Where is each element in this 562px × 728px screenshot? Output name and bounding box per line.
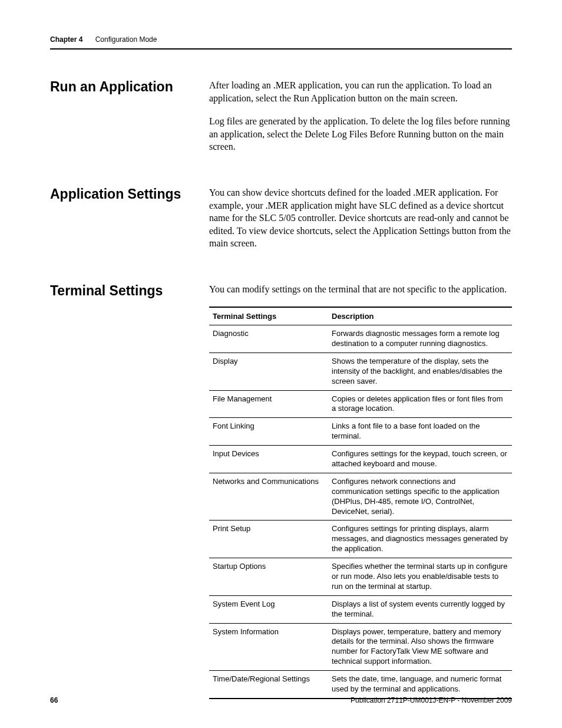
- table-row: File Management Copies or deletes applic…: [209, 390, 512, 418]
- setting-desc: Copies or deletes application files or f…: [328, 390, 512, 418]
- table-row: Print Setup Configures settings for prin…: [209, 521, 512, 558]
- col-header-terminal-settings: Terminal Settings: [209, 307, 328, 325]
- heading-terminal-settings: Terminal Settings: [50, 283, 209, 299]
- table-header-row: Terminal Settings Description: [209, 307, 512, 325]
- setting-name: Networks and Communications: [209, 473, 328, 521]
- chapter-title: Configuration Mode: [95, 35, 157, 44]
- table-row: Diagnostic Forwards diagnostic messages …: [209, 325, 512, 353]
- table-row: System Event Log Displays a list of syst…: [209, 595, 512, 623]
- paragraph: You can modify settings on the terminal …: [209, 283, 512, 296]
- section-application-settings: Application Settings You can show device…: [50, 186, 512, 261]
- page: Chapter 4 Configuration Mode Run an Appl…: [0, 0, 562, 728]
- table-row: Time/Date/Regional Settings Sets the dat…: [209, 671, 512, 699]
- table-row: Networks and Communications Configures n…: [209, 473, 512, 521]
- setting-desc: Configures settings for printing display…: [328, 521, 512, 558]
- section-run-application: Run an Application After loading an .MER…: [50, 79, 512, 164]
- paragraph: Log files are generated by the applicati…: [209, 115, 512, 153]
- heading-run-application: Run an Application: [50, 79, 209, 95]
- paragraph: After loading an .MER application, you c…: [209, 79, 512, 104]
- setting-desc: Shows the temperature of the display, se…: [328, 353, 512, 390]
- section-terminal-settings: Terminal Settings You can modify setting…: [50, 283, 512, 699]
- setting-desc: Displays power, temperature, battery and…: [328, 623, 512, 671]
- setting-name: Print Setup: [209, 521, 328, 558]
- table-row: Input Devices Configures settings for th…: [209, 446, 512, 473]
- setting-desc: Sets the date, time, language, and numer…: [328, 671, 512, 699]
- setting-name: System Information: [209, 623, 328, 671]
- table-row: Startup Options Specifies whether the te…: [209, 558, 512, 596]
- setting-name: Time/Date/Regional Settings: [209, 671, 328, 699]
- body-application-settings: You can show device shortcuts defined fo…: [209, 186, 512, 261]
- body-run-application: After loading an .MER application, you c…: [209, 79, 512, 164]
- setting-name: Font Linking: [209, 418, 328, 446]
- publication-id: Publication 2711P-UM001J-EN-P - November…: [351, 696, 512, 704]
- setting-name: Startup Options: [209, 558, 328, 596]
- table-row: Font Linking Links a font file to a base…: [209, 418, 512, 446]
- heading-application-settings: Application Settings: [50, 186, 209, 203]
- chapter-label: Chapter 4: [50, 35, 82, 44]
- page-number: 66: [50, 696, 58, 704]
- table-row: Display Shows the temperature of the dis…: [209, 353, 512, 390]
- setting-desc: Configures network connections and commu…: [328, 473, 512, 521]
- terminal-settings-table: Terminal Settings Description Diagnostic…: [209, 307, 512, 699]
- setting-name: System Event Log: [209, 595, 328, 623]
- table-row: System Information Displays power, tempe…: [209, 623, 512, 671]
- setting-desc: Displays a list of system events current…: [328, 595, 512, 623]
- setting-name: Display: [209, 353, 328, 390]
- running-header: Chapter 4 Configuration Mode: [50, 35, 512, 50]
- page-footer: 66 Publication 2711P-UM001J-EN-P - Novem…: [50, 696, 512, 704]
- setting-desc: Configures settings for the keypad, touc…: [328, 446, 512, 473]
- setting-name: File Management: [209, 390, 328, 418]
- setting-desc: Specifies whether the terminal starts up…: [328, 558, 512, 596]
- setting-name: Input Devices: [209, 446, 328, 473]
- paragraph: You can show device shortcuts defined fo…: [209, 186, 512, 250]
- setting-desc: Forwards diagnostic messages form a remo…: [328, 325, 512, 353]
- col-header-description: Description: [328, 307, 512, 325]
- body-terminal-settings: You can modify settings on the terminal …: [209, 283, 512, 699]
- setting-desc: Links a font file to a base font loaded …: [328, 418, 512, 446]
- setting-name: Diagnostic: [209, 325, 328, 353]
